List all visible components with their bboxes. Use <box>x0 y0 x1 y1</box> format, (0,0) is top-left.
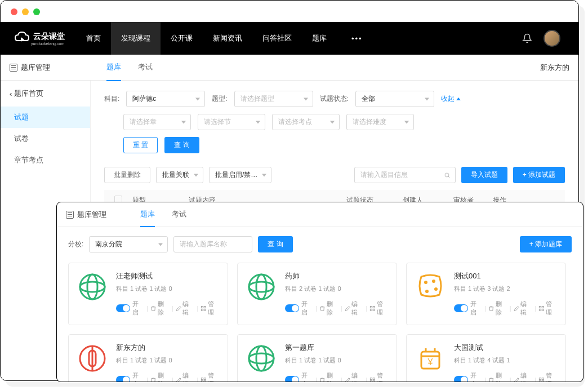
back-label: 题库首页 <box>14 88 43 99</box>
chevron-left-icon: ‹ <box>10 90 12 98</box>
svg-rect-23 <box>542 309 544 311</box>
card-delete[interactable]: 删除 <box>150 300 170 317</box>
sidebar-item-questions[interactable]: 试题 <box>1 107 90 128</box>
nav-public[interactable]: 公开课 <box>161 22 203 55</box>
card-actions: 开启 | 删除 | 编辑 | 管理 <box>454 300 558 317</box>
bank-search-input[interactable]: 请输入题库名称 <box>173 236 252 252</box>
svg-rect-21 <box>542 306 544 308</box>
card-delete[interactable]: 删除 <box>319 300 338 317</box>
logo[interactable]: 云朵课堂 yunduoketang.com <box>13 29 65 47</box>
chapter-select[interactable]: 请选择章 <box>123 114 191 130</box>
close-window-button[interactable] <box>11 8 17 15</box>
card-edit[interactable]: 编辑 <box>176 371 195 382</box>
card-manage[interactable]: 管理 <box>369 371 389 382</box>
logo-subtext: yunduoketang.com <box>31 42 65 46</box>
sub-title: 题库管理 <box>10 63 50 73</box>
card-edit[interactable]: 编辑 <box>345 371 364 382</box>
svg-point-3 <box>80 282 105 292</box>
svg-point-16 <box>424 281 427 284</box>
card-delete[interactable]: 删除 <box>150 371 170 382</box>
branch-select[interactable]: 南京分院 <box>89 236 168 252</box>
svg-rect-6 <box>204 306 206 308</box>
search-input[interactable]: 请输入题目信息 <box>354 167 456 183</box>
add-bank-button[interactable]: + 添加题库 <box>520 236 572 252</box>
card-grid: 汪老师测试 科目 1 试卷 1 试题 0 开启 | 删除 | 编辑 | 管理 药… <box>68 263 572 382</box>
svg-point-2 <box>80 274 105 299</box>
batch-enable-select[interactable]: 批量启用/禁… <box>209 167 271 183</box>
card-edit[interactable]: 编辑 <box>345 300 364 317</box>
toggle-switch[interactable] <box>454 304 468 312</box>
card-meta: 科目 1 试卷 1 试题 0 <box>285 356 389 365</box>
subject-label: 科目: <box>104 94 119 104</box>
add-question-button[interactable]: + 添加试题 <box>513 167 565 183</box>
nav-discover[interactable]: 发现课程 <box>111 22 161 55</box>
batch-relate-select[interactable]: 批量关联 <box>156 167 203 183</box>
query-button[interactable]: 查 询 <box>164 137 199 153</box>
card-delete[interactable]: 删除 <box>488 371 507 382</box>
batch-delete-button[interactable]: 批量删除 <box>104 167 150 183</box>
nav-bank[interactable]: 题库 <box>302 22 337 55</box>
toggle-switch[interactable] <box>454 376 468 382</box>
toggle-switch[interactable] <box>116 376 130 382</box>
w2-header: 题库管理 题库 考试 <box>57 202 583 227</box>
card-manage[interactable]: 管理 <box>538 371 558 382</box>
maximize-window-button[interactable] <box>33 8 40 15</box>
w2-tab-exam[interactable]: 考试 <box>172 202 186 227</box>
w2-tab-bank[interactable]: 题库 <box>140 202 155 227</box>
toggle-switch[interactable] <box>116 304 130 312</box>
card-edit[interactable]: 编辑 <box>514 371 533 382</box>
card-edit[interactable]: 编辑 <box>514 300 533 317</box>
bell-icon[interactable] <box>522 33 532 43</box>
svg-rect-43 <box>540 378 541 379</box>
collapse-link[interactable]: 收起 <box>441 94 461 104</box>
card-delete[interactable]: 删除 <box>488 300 507 317</box>
card-manage[interactable]: 管理 <box>201 300 220 317</box>
tab-exam[interactable]: 考试 <box>138 54 153 81</box>
card-meta: 科目 2 试卷 1 试题 0 <box>285 285 389 293</box>
card-title: 汪老师测试 <box>116 271 220 281</box>
bank-card: 汪老师测试 科目 1 试卷 1 试题 0 开启 | 删除 | 编辑 | 管理 <box>68 263 228 325</box>
point-select[interactable]: 请选择考点 <box>272 114 340 130</box>
status-select[interactable]: 全部 <box>355 91 434 107</box>
card-manage[interactable]: 管理 <box>201 371 220 382</box>
sidebar-item-papers[interactable]: 试卷 <box>1 128 90 149</box>
sub-header: 题库管理 题库 考试 新东方的 <box>1 55 578 81</box>
nav-home[interactable]: 首页 <box>76 22 111 55</box>
nav-qa[interactable]: 问答社区 <box>252 22 302 55</box>
card-edit[interactable]: 编辑 <box>176 300 195 317</box>
svg-point-10 <box>249 282 274 292</box>
difficulty-select[interactable]: 请选择难度 <box>346 114 414 130</box>
traffic-lights <box>11 8 40 15</box>
card-delete[interactable]: 删除 <box>319 371 338 382</box>
import-button[interactable]: 导入试题 <box>461 167 507 183</box>
nav-right <box>522 30 560 47</box>
toggle-switch[interactable] <box>285 376 299 382</box>
card-manage[interactable]: 管理 <box>538 300 558 317</box>
nav-more[interactable]: ••• <box>341 22 373 55</box>
svg-rect-44 <box>542 378 544 379</box>
bank-card: 第一题库 科目 1 试卷 1 试题 0 开启 | 删除 | 编辑 | 管理 <box>237 334 397 382</box>
card-meta: 科目 1 试卷 3 试题 2 <box>454 285 558 293</box>
action-row: 批量删除 批量关联 批量启用/禁… 请输入题目信息 导入试题 + 添加试题 <box>104 167 565 183</box>
nav-news[interactable]: 新闻资讯 <box>203 22 252 55</box>
svg-point-32 <box>249 353 274 364</box>
type-select[interactable]: 请选择题型 <box>234 91 313 107</box>
svg-point-18 <box>434 287 438 291</box>
section-select[interactable]: 请选择节 <box>198 114 265 130</box>
sidebar-item-chapters[interactable]: 章节考点 <box>1 149 90 171</box>
back-link[interactable]: ‹ 题库首页 <box>1 81 90 107</box>
sub-title-text: 题库管理 <box>21 63 50 73</box>
svg-rect-29 <box>202 380 203 382</box>
toggle-switch[interactable] <box>285 304 299 312</box>
w2-query-button[interactable]: 查 询 <box>258 236 292 252</box>
avatar[interactable] <box>544 30 560 47</box>
subject-select[interactable]: 阿萨德c <box>126 91 205 107</box>
tab-bank[interactable]: 题库 <box>106 54 121 81</box>
svg-rect-30 <box>204 380 206 382</box>
w2-title: 题库管理 <box>66 210 106 220</box>
svg-point-19 <box>425 290 429 293</box>
svg-rect-28 <box>204 378 206 379</box>
card-manage[interactable]: 管理 <box>369 300 389 317</box>
reset-button[interactable]: 重 置 <box>123 137 158 153</box>
minimize-window-button[interactable] <box>22 8 29 15</box>
